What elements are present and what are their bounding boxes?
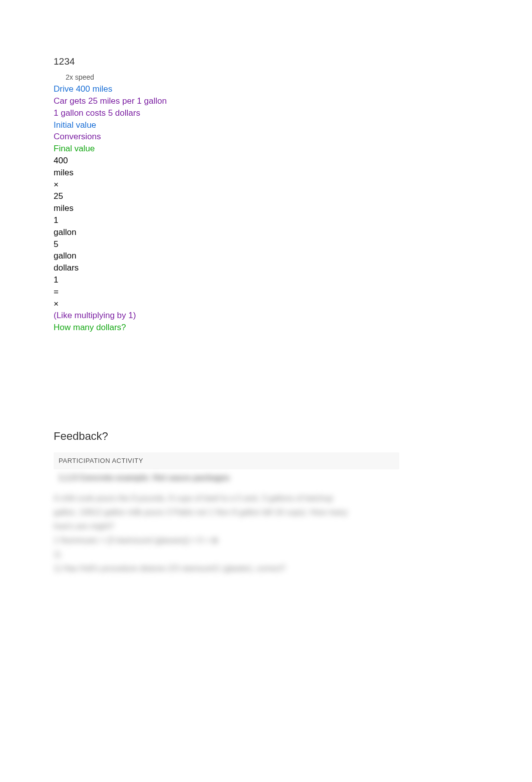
label-conversions: Conversions bbox=[54, 131, 478, 143]
work-value-1b: 1 bbox=[54, 274, 478, 286]
work-question: How many dollars? bbox=[54, 322, 478, 334]
blurred-line-2: gallon, 10612 gallon milk pours 3 Pablo … bbox=[54, 505, 478, 519]
work-times-2: × bbox=[54, 298, 478, 310]
blurred-line-4: 1 Nummusic × [3 teamound (glasses)] × 0 … bbox=[54, 534, 478, 548]
work-unit-gallon-2: gallon bbox=[54, 250, 478, 262]
label-final-value: Final value bbox=[54, 143, 478, 155]
blurred-activity-title: 1.1.5 Concrete example: Hot sauce packag… bbox=[54, 470, 478, 485]
work-unit-miles-2: miles bbox=[54, 202, 478, 214]
blurred-content: 1.1.5 Concrete example: Hot sauce packag… bbox=[54, 470, 478, 576]
work-value-5: 5 bbox=[54, 238, 478, 250]
step-numbers: 1234 bbox=[54, 55, 478, 69]
blurred-line-5: 1) Has Holt's procedure distone 2/3 viam… bbox=[54, 562, 478, 576]
speed-label: 2x speed bbox=[66, 73, 478, 83]
problem-line-2: Car gets 25 miles per 1 gallon bbox=[54, 95, 478, 107]
work-value-400: 400 bbox=[54, 155, 478, 167]
blurred-line-3: how's are might? bbox=[54, 519, 478, 534]
work-unit-dollars: dollars bbox=[54, 262, 478, 274]
work-note: (Like multiplying by 1) bbox=[54, 310, 478, 322]
work-value-25: 25 bbox=[54, 190, 478, 202]
blurred-q-num: 1) bbox=[54, 548, 478, 562]
blurred-line-1: A chili cook pours the 8 pounds, 8 cups … bbox=[54, 491, 478, 505]
participation-activity-header: PARTICIPATION ACTIVITY bbox=[54, 452, 399, 469]
feedback-link[interactable]: Feedback? bbox=[54, 429, 478, 444]
work-equals: = bbox=[54, 286, 478, 298]
problem-line-1: Drive 400 miles bbox=[54, 83, 478, 95]
problem-line-3: 1 gallon costs 5 dollars bbox=[54, 107, 478, 119]
work-times-1: × bbox=[54, 179, 478, 191]
work-unit-gallon-1: gallon bbox=[54, 226, 478, 238]
label-initial-value: Initial value bbox=[54, 119, 478, 131]
work-unit-miles-1: miles bbox=[54, 167, 478, 179]
work-value-1a: 1 bbox=[54, 214, 478, 226]
